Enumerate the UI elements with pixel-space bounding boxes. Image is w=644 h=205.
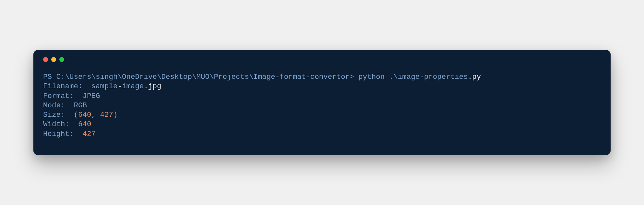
path-segment: convertor>	[310, 73, 354, 81]
close-icon[interactable]	[43, 57, 48, 62]
filename-value: image	[122, 82, 144, 90]
minimize-icon[interactable]	[51, 57, 56, 62]
size-height: 427	[100, 111, 113, 119]
paren-open: (	[65, 111, 78, 119]
mode-label: Mode:	[43, 101, 65, 110]
terminal-window: PS C:\Users\singh\OneDrive\Desktop\MUO\P…	[33, 50, 611, 155]
dash: -	[420, 73, 424, 81]
size-width: 640	[78, 111, 91, 119]
format-line: Format: JPEG	[43, 92, 100, 100]
maximize-icon[interactable]	[59, 57, 64, 62]
filename-line: Filename: sample-image.jpg	[43, 82, 161, 90]
spacer	[69, 120, 78, 128]
dash: -	[275, 73, 280, 81]
dash: -	[118, 82, 122, 90]
width-line: Width: 640	[43, 120, 91, 128]
prompt-line: PS C:\Users\singh\OneDrive\Desktop\MUO\P…	[43, 73, 481, 81]
size-line: Size: (640, 427)	[43, 111, 118, 119]
file-ext: py	[472, 73, 481, 81]
terminal-output: PS C:\Users\singh\OneDrive\Desktop\MUO\P…	[43, 72, 601, 139]
filename-value: sample	[83, 82, 118, 90]
paren-close: )	[113, 111, 118, 119]
dash: -	[306, 73, 310, 81]
arg-segment: properties	[424, 73, 468, 81]
mode-line: Mode: RGB	[43, 101, 87, 110]
path-segment: C:\Users\singh\OneDrive\Desktop\MUO\Proj…	[56, 73, 275, 81]
comma: ,	[91, 111, 100, 119]
command: python	[354, 73, 389, 81]
spacer	[74, 130, 83, 138]
format-value: JPEG	[74, 92, 100, 100]
width-value: 640	[78, 120, 91, 128]
ps-label: PS	[43, 73, 52, 81]
filename-label: Filename:	[43, 82, 83, 90]
arg-segment: .\image	[389, 73, 420, 81]
height-label: Height:	[43, 130, 74, 138]
dot: .	[144, 82, 149, 90]
dot: .	[468, 73, 472, 81]
height-value: 427	[83, 130, 96, 138]
width-label: Width:	[43, 120, 69, 128]
mode-value: RGB	[65, 101, 87, 110]
format-label: Format:	[43, 92, 74, 100]
file-ext: jpg	[148, 82, 161, 90]
height-line: Height: 427	[43, 130, 96, 138]
path-segment: format	[280, 73, 306, 81]
window-controls	[43, 57, 601, 62]
size-label: Size:	[43, 111, 65, 119]
